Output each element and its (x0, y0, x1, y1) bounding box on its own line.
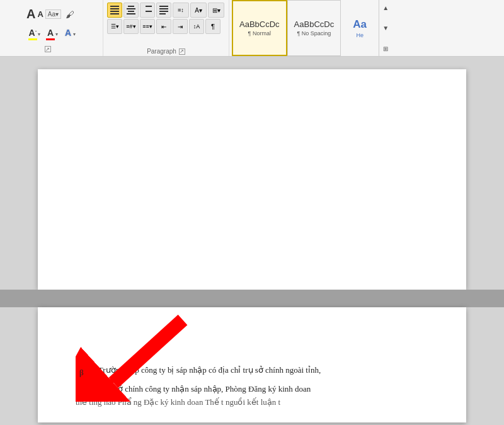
font-superscript: Aa▾ (45, 9, 61, 19)
align-center-btn[interactable] (123, 3, 139, 18)
show-para-marks-btn[interactable]: ¶ (205, 19, 220, 34)
no-spacing-style-label: ¶ No Spacing (297, 30, 331, 37)
line-spacing-btn[interactable]: ≡↕ (173, 3, 189, 18)
numbering-btn[interactable]: ≡#▾ (123, 19, 139, 34)
normal-style-preview: AaBbCcDc (239, 20, 280, 29)
red-arrow-icon (76, 314, 189, 402)
style-heading1[interactable]: Aa He (341, 0, 379, 56)
document-area: β β. Trường hợp công ty bị sáp nhập có đ… (0, 57, 504, 425)
highlight-btn[interactable]: A- ▾ (26, 26, 42, 42)
styles-scroll[interactable]: ▲ ▼ ⊞ (379, 0, 392, 56)
paragraph-expand-icon[interactable]: ↗ (179, 48, 185, 55)
normal-style-label: ¶ Normal (248, 30, 271, 37)
page-bottom: β β. Trường hợp công ty bị sáp nhập có đ… (38, 307, 466, 422)
highlighted-letter: β (76, 364, 88, 382)
increase-indent-btn[interactable]: ⇥ (173, 19, 188, 34)
font-size-aa: A (26, 7, 35, 21)
justify-btn[interactable] (156, 3, 171, 18)
shading-btn[interactable]: A▾ (190, 3, 207, 18)
font-color-btn[interactable]: A ▾ (44, 26, 60, 42)
font-size-small-aa: A (37, 9, 43, 19)
multilevel-list-btn[interactable]: ≡≡▾ (140, 19, 155, 34)
sort-btn[interactable]: ↕A (189, 19, 204, 34)
clear-format-icon[interactable]: 🖌 (66, 9, 74, 20)
page-top (38, 69, 466, 290)
heading1-style-preview: Aa (353, 18, 367, 31)
style-no-spacing[interactable]: AaBbCcDc ¶ No Spacing (287, 0, 341, 56)
align-right-btn[interactable] (140, 3, 155, 18)
heading1-style-label: He (356, 32, 364, 38)
page-break-area (0, 290, 504, 307)
arrow-annotation (76, 320, 428, 402)
ribbon: A A Aa▾ 🖌 A- ▾ (0, 0, 504, 57)
style-normal[interactable]: AaBbCcDc ¶ Normal (232, 0, 287, 56)
text-effect-btn[interactable]: A ▾ (62, 26, 77, 42)
svg-line-1 (113, 320, 183, 383)
no-spacing-style-preview: AaBbCcDc (294, 20, 335, 29)
bullets-btn[interactable]: ☰▾ (107, 19, 122, 34)
borders-btn[interactable]: ⊞▾ (208, 3, 224, 18)
styles-scroll-up[interactable]: ▲ (381, 1, 391, 14)
decrease-indent-btn[interactable]: ⇤ (156, 19, 171, 34)
styles-expand[interactable]: ⊞ (381, 42, 391, 55)
align-left-btn[interactable] (107, 3, 122, 18)
styles-scroll-down[interactable]: ▼ (381, 22, 391, 35)
paragraph-section-label: Paragraph ↗ (103, 48, 229, 55)
